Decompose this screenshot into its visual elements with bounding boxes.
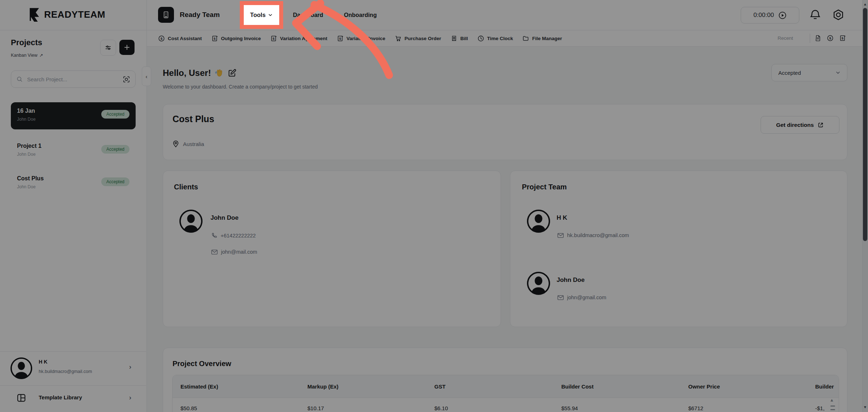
nav-tools-label: Tools	[250, 12, 266, 18]
chevron-down-icon	[268, 13, 273, 17]
dim-overlay	[0, 0, 868, 412]
app-screen: READYTEAM Ready Team Dashboard Onboardin…	[0, 0, 868, 412]
nav-tools-button[interactable]: Tools	[240, 1, 283, 29]
